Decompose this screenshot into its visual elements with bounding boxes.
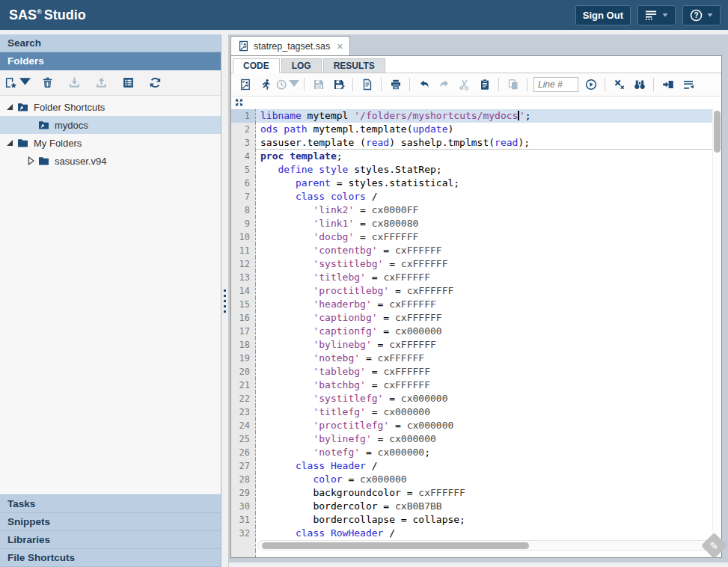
code-line[interactable]: 6 parent = styles.statistical; xyxy=(231,177,721,190)
submission-history-button[interactable] xyxy=(275,75,300,94)
code-line[interactable]: 32 class RowHeader / xyxy=(231,527,721,540)
delete-button[interactable] xyxy=(36,73,58,94)
code-line[interactable]: 31 bordercollapse = collapse; xyxy=(231,513,721,527)
code-line[interactable]: 25 'bylinefg' = cx000000 xyxy=(231,432,721,446)
download-button[interactable] xyxy=(63,73,85,94)
code-line[interactable]: 15 'headerbg' = cxFFFFFF xyxy=(231,298,721,311)
help-menu-button[interactable]: ? xyxy=(682,5,721,25)
upload-button[interactable] xyxy=(90,73,112,94)
code-line[interactable]: 7 class colors / xyxy=(231,190,721,203)
code-line[interactable]: 29 backgroundcolor = cxFFFFFF xyxy=(231,486,721,500)
code-line[interactable]: 17 'captionfg' = cx000000 xyxy=(231,325,721,338)
pane-splitter[interactable] xyxy=(221,34,229,567)
sidebar-section-snippets[interactable]: Snippets xyxy=(0,513,221,531)
sidebar-section-file-shortcuts[interactable]: File Shortcuts xyxy=(0,549,221,567)
code-line[interactable]: 27 class Header / xyxy=(231,459,721,473)
tab-label: statrep_tagset.sas xyxy=(254,41,330,52)
toolbar-divider xyxy=(304,78,305,91)
expander-collapsed-icon[interactable] xyxy=(25,156,36,166)
subtab-log[interactable]: LOG xyxy=(281,58,322,73)
code-line[interactable]: 14 'proctitlebg' = cxFFFFFF xyxy=(231,284,721,298)
sidebar-section-label: File Shortcuts xyxy=(7,552,75,563)
go-to-line-button[interactable] xyxy=(581,75,601,94)
folders-section-header[interactable]: Folders xyxy=(0,52,221,70)
submit-selection-button[interactable] xyxy=(658,75,678,94)
code-line[interactable]: 21 'batchbg' = cxFFFFFF xyxy=(231,378,721,392)
print-button[interactable] xyxy=(385,75,406,94)
tree-item-folder-shortcuts[interactable]: Folder Shortcuts xyxy=(0,98,221,116)
code-line-text: 'docbg' = cxFFFFFF xyxy=(256,230,721,244)
horizontal-scrollbar[interactable] xyxy=(257,540,720,551)
cut-button[interactable] xyxy=(454,75,474,94)
line-number-input[interactable] xyxy=(533,77,578,92)
subtab-results[interactable]: RESULTS xyxy=(323,58,385,73)
properties-button[interactable] xyxy=(117,73,139,94)
run-button[interactable] xyxy=(255,75,275,94)
submit-icon xyxy=(662,79,674,91)
maximize-view-icon[interactable] xyxy=(234,98,245,108)
vertical-scrollbar[interactable] xyxy=(712,109,721,547)
code-line[interactable]: 30 bordercolor = cxB0B7BB xyxy=(231,500,721,513)
save-as-button[interactable] xyxy=(328,75,349,94)
folder-icon xyxy=(37,155,50,167)
code-line[interactable]: 4proc template; xyxy=(231,150,721,163)
tree-item-sasuser-v94[interactable]: sasuser.v94 xyxy=(0,152,221,170)
copy-icon xyxy=(507,79,519,91)
refresh-button[interactable] xyxy=(144,73,166,94)
code-line[interactable]: 13 'titlebg' = cxFFFFFF xyxy=(231,271,721,284)
vertical-scrollbar-thumb[interactable] xyxy=(714,111,721,153)
sidebar-section-tasks[interactable]: Tasks xyxy=(0,495,221,513)
code-text-area[interactable]: 1libname mytempl '/folders/myshortcuts/m… xyxy=(231,109,721,557)
undo-button[interactable] xyxy=(414,75,434,94)
code-line[interactable]: 8 'link2' = cx0000FF xyxy=(231,203,721,217)
toolbar-divider xyxy=(653,78,654,91)
code-line[interactable]: 10 'docbg' = cxFFFFFF xyxy=(231,230,721,244)
code-line[interactable]: 26 'notefg' = cx000000; xyxy=(231,446,721,459)
code-line[interactable]: 20 'tablebg' = cxFFFFFF xyxy=(231,365,721,378)
line-number: 25 xyxy=(231,432,256,446)
line-number: 21 xyxy=(231,378,256,392)
code-line[interactable]: 23 'titlefg' = cx000000 xyxy=(231,405,721,419)
clear-code-button[interactable] xyxy=(609,75,629,94)
code-line[interactable]: 12 'systitlebg' = cxFFFFFF xyxy=(231,257,721,271)
expander-expanded-icon[interactable] xyxy=(4,102,15,112)
tab-statrep-tagset-sas[interactable]: statrep_tagset.sas × xyxy=(230,36,350,55)
expander-expanded-icon[interactable] xyxy=(4,138,15,148)
tree-item-my-folders[interactable]: My Folders xyxy=(0,134,221,152)
new-program-button[interactable] xyxy=(235,75,255,94)
find-replace-button[interactable] xyxy=(629,75,649,94)
code-line[interactable]: 5 define style styles.StatRep; xyxy=(231,163,721,177)
code-line[interactable]: 22 'systitlefg' = cx000000 xyxy=(231,392,721,405)
code-line[interactable]: 24 'proctitlefg' = cx000000 xyxy=(231,419,721,432)
line-number: 22 xyxy=(231,392,256,405)
code-line[interactable]: 1libname mytempl '/folders/myshortcuts/m… xyxy=(231,109,721,123)
code-line[interactable]: 16 'captionbg' = cxFFFFFF xyxy=(231,311,721,325)
sidebar-section-libraries[interactable]: Libraries xyxy=(0,531,221,549)
application-menu-button[interactable] xyxy=(637,5,676,25)
close-tab-icon[interactable]: × xyxy=(337,41,343,52)
sign-out-button[interactable]: Sign Out xyxy=(575,5,631,25)
subtab-code[interactable]: CODE xyxy=(233,58,280,73)
upload-icon xyxy=(95,76,108,89)
code-line[interactable]: 9 'link1' = cx800080 xyxy=(231,217,721,230)
new-button[interactable] xyxy=(4,73,31,94)
copy-button[interactable] xyxy=(503,75,523,94)
code-line[interactable]: 28 color = cx000000 xyxy=(231,473,721,486)
search-section-header[interactable]: Search xyxy=(0,34,221,52)
chevron-down-icon xyxy=(662,13,668,17)
save-button[interactable] xyxy=(308,75,328,94)
paste-button[interactable] xyxy=(474,75,495,94)
new-item-icon xyxy=(4,76,17,89)
horizontal-scrollbar-thumb[interactable] xyxy=(262,542,529,549)
tree-item-mydocs[interactable]: mydocs xyxy=(0,116,221,134)
code-line[interactable]: 19 'notebg' = cxFFFFFF xyxy=(231,352,721,365)
format-code-button[interactable] xyxy=(678,75,698,94)
code-line[interactable]: 11 'contentbg' = cxFFFFFF xyxy=(231,244,721,257)
redo-button[interactable] xyxy=(434,75,454,94)
program-summary-button[interactable] xyxy=(357,75,377,94)
program-panel: CODELOGRESULTS 1libname mytempl '/folder… xyxy=(230,55,722,558)
code-line[interactable]: 3sasuser.template (read) sashelp.tmplmst… xyxy=(231,136,721,150)
code-line-text: sasuser.template (read) sashelp.tmplmst(… xyxy=(256,136,721,150)
code-line[interactable]: 18 'bylinebg' = cxFFFFFF xyxy=(231,338,721,352)
code-line[interactable]: 2ods path mytempl.template(update) xyxy=(231,123,721,136)
